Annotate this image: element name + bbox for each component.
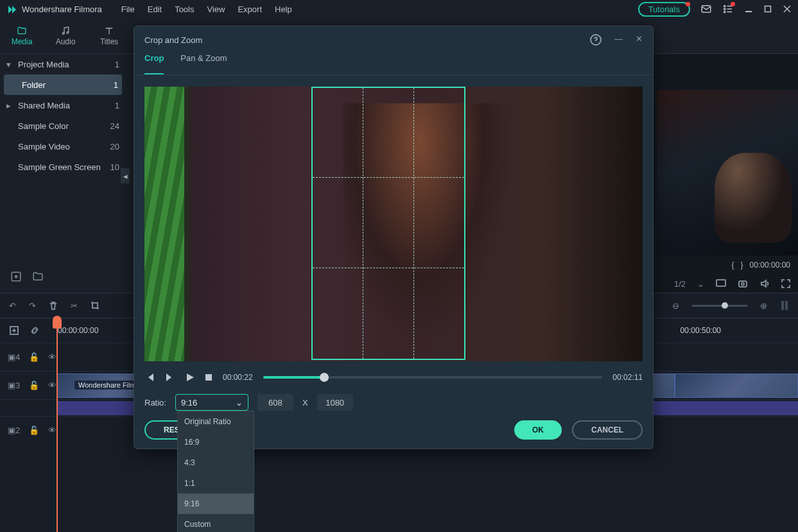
modal-tab-crop[interactable]: Crop xyxy=(144,53,164,74)
tree-shared-media[interactable]: ▸ Shared Media 1 xyxy=(0,95,126,116)
eye-icon[interactable]: 👁 xyxy=(48,425,56,435)
ratio-option-1-1[interactable]: 1:1 xyxy=(178,473,254,493)
svg-point-3 xyxy=(724,8,725,10)
svg-rect-15 xyxy=(739,281,747,287)
redo-icon[interactable]: ↷ xyxy=(29,301,36,311)
ratio-option-custom[interactable]: Custom xyxy=(178,514,254,532)
modal-close-icon[interactable]: ✕ xyxy=(636,34,643,46)
help-icon[interactable] xyxy=(590,34,602,46)
add-marker-icon[interactable] xyxy=(9,325,19,336)
collapse-panel-button[interactable]: ◂ xyxy=(121,168,130,184)
chevron-right-icon: ▸ xyxy=(6,101,14,110)
modal-tab-panzoom[interactable]: Pan & Zoom xyxy=(180,53,227,74)
text-icon xyxy=(104,26,114,36)
tree-project-media[interactable]: ▾ Project Media 1 xyxy=(0,54,126,74)
titlebar: Wondershare Filmora File Edit Tools View… xyxy=(0,0,798,18)
crop-zoom-modal: Crop and Zoom — ✕ Crop Pan & Zoom 00:00:… xyxy=(134,26,654,449)
crop-handle-bl[interactable] xyxy=(311,351,320,360)
tab-titles[interactable]: Titles xyxy=(87,18,131,53)
tree-item-count: 1 xyxy=(115,101,119,110)
window-maximize-button[interactable] xyxy=(763,4,772,13)
crop-handle-tl[interactable] xyxy=(311,87,320,96)
modal-minimize-icon[interactable]: — xyxy=(614,34,623,46)
brace-left[interactable]: { xyxy=(732,261,734,270)
seek-thumb[interactable] xyxy=(320,373,329,382)
ratio-option-4-3[interactable]: 4:3 xyxy=(178,452,254,473)
stop-icon[interactable] xyxy=(205,373,213,381)
meter-icon[interactable] xyxy=(780,300,789,311)
tree-sample-green-screen[interactable]: Sample Green Screen 10 xyxy=(0,157,126,177)
tab-media[interactable]: Media xyxy=(0,18,44,53)
menu-help[interactable]: Help xyxy=(275,4,292,14)
tree-item-label: Project Media xyxy=(18,60,69,69)
crop-handle-tr[interactable] xyxy=(456,87,465,96)
delete-icon[interactable] xyxy=(49,301,58,310)
window-minimize-button[interactable] xyxy=(744,4,753,13)
crop-handle-br[interactable] xyxy=(456,351,465,360)
height-input[interactable]: 1080 xyxy=(317,394,353,411)
svg-point-11 xyxy=(62,32,64,34)
tree-folder[interactable]: Folder 1 xyxy=(4,74,122,95)
menu-edit[interactable]: Edit xyxy=(148,4,162,14)
import-icon[interactable] xyxy=(10,271,22,282)
link-icon[interactable] xyxy=(30,325,40,336)
zoom-out-icon[interactable]: ⊖ xyxy=(672,301,679,311)
menu-view[interactable]: View xyxy=(207,4,225,14)
chevron-down-icon: ⌄ xyxy=(236,398,243,408)
undo-icon[interactable]: ↶ xyxy=(9,301,16,311)
svg-rect-21 xyxy=(205,374,212,381)
seek-slider[interactable] xyxy=(263,376,603,379)
crop-stage[interactable] xyxy=(144,87,643,361)
tree-sample-video[interactable]: Sample Video 20 xyxy=(0,136,126,157)
tree-sample-color[interactable]: Sample Color 24 xyxy=(0,116,126,136)
new-folder-icon[interactable] xyxy=(32,271,44,282)
ratio-select[interactable]: 9:16 ⌄ xyxy=(175,394,248,411)
cancel-button[interactable]: CANCEL xyxy=(572,420,643,440)
tree-item-count: 1 xyxy=(114,80,118,90)
tree-item-label: Sample Color xyxy=(18,121,69,131)
current-time: 00:00:22 xyxy=(223,373,253,382)
tutorials-button[interactable]: Tutorials xyxy=(638,2,690,17)
menu-file[interactable]: File xyxy=(121,4,135,14)
modal-header[interactable]: Crop and Zoom — ✕ xyxy=(134,26,653,53)
lock-icon[interactable]: 🔓 xyxy=(29,425,39,435)
brace-right[interactable]: } xyxy=(741,261,743,270)
ok-button[interactable]: OK xyxy=(514,420,562,440)
app-name: Wondershare Filmora xyxy=(22,4,102,14)
ratio-option-16-9[interactable]: 16:9 xyxy=(178,432,254,452)
tab-audio[interactable]: Audio xyxy=(44,18,87,53)
playhead[interactable] xyxy=(56,323,58,532)
ratio-option-original[interactable]: Original Ratio xyxy=(178,411,254,432)
window-close-button[interactable] xyxy=(783,4,792,13)
play-icon[interactable] xyxy=(186,373,195,382)
tasks-icon[interactable] xyxy=(722,3,734,15)
tree-item-count: 10 xyxy=(110,162,119,172)
svg-rect-18 xyxy=(785,301,788,310)
modal-title: Crop and Zoom xyxy=(144,35,202,45)
eye-icon[interactable]: 👁 xyxy=(48,381,56,390)
crop-rectangle[interactable] xyxy=(311,87,465,360)
ratio-option-9-16[interactable]: 9:16 xyxy=(178,493,254,514)
display-icon[interactable] xyxy=(716,279,726,289)
split-icon[interactable]: ✂ xyxy=(71,301,78,311)
eye-icon[interactable]: 👁 xyxy=(48,352,56,362)
music-icon xyxy=(60,26,71,36)
menu-export[interactable]: Export xyxy=(238,4,262,14)
crop-icon[interactable] xyxy=(91,301,100,310)
fullscreen-icon[interactable] xyxy=(781,279,790,288)
zoom-in-icon[interactable]: ⊕ xyxy=(760,301,767,311)
tree-item-count: 24 xyxy=(110,121,119,131)
lock-icon[interactable]: 🔓 xyxy=(29,352,39,362)
chevron-down-icon[interactable]: ⌄ xyxy=(697,279,704,289)
next-frame-icon[interactable] xyxy=(165,372,175,382)
modal-playbar: 00:00:22 00:02:11 xyxy=(134,366,653,388)
speaker-icon[interactable] xyxy=(759,279,770,289)
svg-point-1 xyxy=(724,5,725,6)
lock-icon[interactable]: 🔓 xyxy=(29,381,39,390)
mail-icon[interactable] xyxy=(700,3,712,15)
prev-frame-icon[interactable] xyxy=(144,372,155,382)
camera-icon[interactable] xyxy=(738,279,748,289)
svg-point-16 xyxy=(742,283,744,286)
menu-tools[interactable]: Tools xyxy=(175,4,194,14)
width-input[interactable]: 608 xyxy=(257,394,293,411)
